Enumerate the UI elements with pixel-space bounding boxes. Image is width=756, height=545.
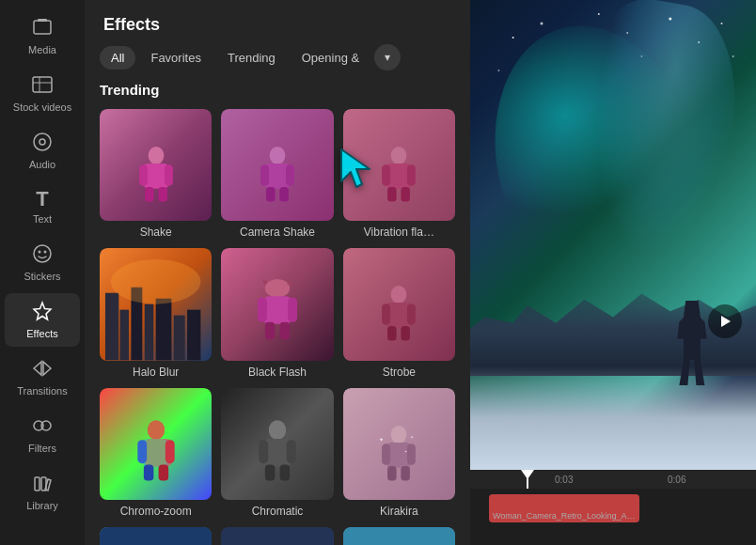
effect-halo-blur[interactable]: Halo Blur	[100, 248, 212, 378]
effect-chromatic-label: Chromatic	[221, 505, 333, 518]
svg-point-27	[391, 147, 407, 164]
effect-row4b-thumb	[221, 527, 333, 545]
text-icon: T	[36, 189, 48, 210]
aurora-band1	[470, 3, 732, 327]
sidebar-item-transitions[interactable]: Transitions	[5, 350, 80, 404]
svg-rect-76	[100, 527, 212, 545]
svg-rect-0	[34, 21, 51, 34]
svg-point-61	[269, 420, 286, 440]
playhead-head	[521, 470, 534, 479]
svg-rect-30	[407, 164, 416, 186]
tab-all[interactable]: All	[100, 46, 135, 70]
audio-icon	[32, 132, 53, 155]
effect-camera-shake[interactable]: Camera Shake	[221, 109, 333, 239]
svg-rect-39	[187, 310, 200, 361]
media-icon	[32, 17, 53, 40]
effect-vibration-thumb	[343, 109, 455, 221]
sidebar-item-library[interactable]: Library	[5, 465, 80, 519]
svg-rect-23	[260, 164, 269, 186]
sidebar-item-stock-videos[interactable]: Stock videos	[5, 67, 80, 120]
effect-row4a-thumb	[100, 527, 212, 545]
svg-rect-84	[221, 527, 333, 545]
sidebar-item-filters[interactable]: Filters	[5, 408, 80, 461]
svg-marker-10	[34, 303, 51, 319]
effect-kirakira[interactable]: ✦ ✦ ✦ Kirakira	[343, 388, 455, 518]
svg-rect-31	[387, 187, 397, 202]
sidebar-item-stickers[interactable]: Stickers	[5, 236, 80, 289]
svg-rect-33	[105, 293, 118, 361]
effect-kirakira-label: Kirakira	[343, 505, 455, 518]
effect-black-flash-thumb	[221, 248, 333, 360]
effect-chromo-zoom-label: Chromo-zoom	[100, 505, 212, 518]
svg-rect-45	[265, 322, 276, 339]
preview-image	[470, 0, 756, 470]
svg-rect-46	[280, 322, 291, 339]
effects-content: Trending Shake	[85, 82, 470, 545]
effect-row4c[interactable]	[343, 527, 455, 545]
svg-point-99	[512, 37, 514, 39]
effect-chromo-zoom[interactable]: Chromo-zoom	[100, 388, 212, 518]
svg-point-102	[626, 32, 628, 34]
svg-point-105	[721, 23, 723, 24]
sidebar-item-audio[interactable]: Audio	[5, 124, 80, 178]
effect-strobe[interactable]: Strobe	[343, 248, 455, 378]
stickers-icon	[32, 243, 53, 267]
effect-row4a[interactable]	[100, 527, 212, 545]
svg-rect-71	[387, 466, 397, 481]
effect-vibration-flash[interactable]: Vibration fla…	[343, 109, 455, 239]
timeline-ruler: 0:03 0:06 0:09	[470, 470, 756, 489]
track-clip[interactable]: Woman_Camera_Retro_Looking_At_Camera_By_…	[489, 494, 639, 522]
svg-rect-1	[38, 19, 47, 22]
play-button[interactable]	[708, 304, 742, 338]
effect-camera-shake-thumb	[221, 109, 333, 221]
figure-silhouette	[670, 301, 713, 385]
svg-point-7	[34, 245, 51, 262]
figure-body	[670, 301, 713, 385]
effect-black-flash[interactable]: Black Flash	[221, 248, 333, 378]
svg-rect-20	[158, 187, 167, 202]
timeline-track: Woman_Camera_Retro_Looking_At_Camera_By_…	[489, 494, 737, 522]
effect-row4b[interactable]	[221, 527, 333, 545]
svg-rect-26	[279, 187, 289, 202]
tab-favorites[interactable]: Favorites	[139, 46, 212, 70]
effect-strobe-thumb	[343, 248, 455, 360]
effect-halo-thumb	[100, 248, 212, 360]
effect-shake[interactable]: Shake	[100, 109, 212, 239]
svg-point-106	[497, 70, 499, 71]
effect-shake-label: Shake	[100, 226, 212, 239]
effects-title: Effects	[85, 0, 470, 44]
svg-text:✦: ✦	[379, 436, 384, 442]
tab-opening[interactable]: Opening &	[291, 46, 370, 70]
svg-rect-51	[387, 326, 397, 341]
effect-chromatic[interactable]: Chromatic	[221, 388, 333, 518]
svg-rect-43	[258, 298, 267, 322]
svg-point-100	[541, 23, 543, 25]
preview-area: 0:03 0:06 0:09 Woman_Camera_Retro_Lookin…	[470, 0, 756, 545]
svg-rect-70	[407, 444, 416, 465]
svg-rect-72	[402, 466, 411, 481]
svg-point-15	[148, 147, 164, 164]
effects-panel: Effects All Favorites Trending Opening &…	[85, 0, 470, 545]
more-tabs-button[interactable]: ▾	[374, 44, 401, 70]
effect-shake-thumb	[100, 109, 212, 221]
sidebar-item-text[interactable]: T Text	[5, 181, 80, 232]
sidebar-item-stock-videos-label: Stock videos	[13, 101, 71, 113]
svg-rect-42	[264, 297, 291, 325]
sidebar-item-media-label: Media	[28, 44, 56, 55]
time-mark-1: 0:03	[555, 475, 573, 485]
svg-rect-60	[158, 464, 168, 480]
tab-trending[interactable]: Trending	[216, 46, 287, 70]
effects-grid: Shake Camera Shake	[100, 109, 455, 545]
svg-rect-59	[144, 464, 154, 480]
svg-point-5	[34, 133, 51, 150]
effect-black-flash-label: Black Flash	[221, 366, 333, 379]
effect-camera-shake-label: Camera Shake	[221, 226, 333, 239]
sidebar-item-text-label: Text	[33, 213, 52, 225]
aurora-band2	[528, 0, 754, 341]
svg-rect-24	[286, 164, 294, 186]
sidebar-item-media[interactable]: Media	[5, 9, 80, 63]
svg-rect-36	[145, 304, 154, 361]
sidebar-item-effects[interactable]: Effects	[5, 293, 80, 347]
svg-rect-58	[165, 440, 175, 463]
svg-point-101	[598, 13, 600, 15]
